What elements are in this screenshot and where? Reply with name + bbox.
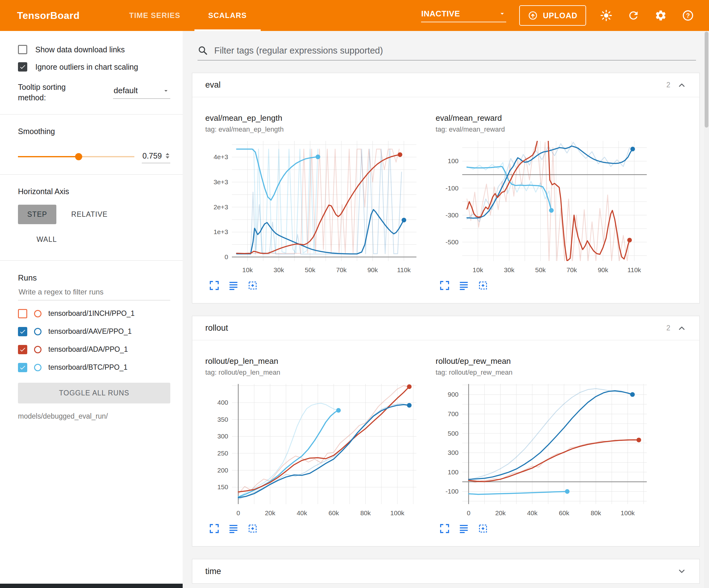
- refresh-button[interactable]: [626, 8, 640, 23]
- chevron-down-icon: [498, 9, 506, 18]
- top-tabs: TIME SERIES SCALARS: [115, 0, 261, 31]
- slider-knob[interactable]: [75, 153, 82, 160]
- chart-canvas-mean-ep-length[interactable]: 10k30k50k70k90k110k01e+32e+33e+34e+3: [205, 136, 422, 277]
- tag-filter-bar: [198, 45, 696, 60]
- run-checkbox[interactable]: [18, 363, 27, 372]
- run-row-aave[interactable]: tensorboard/AAVE/PPO_1: [18, 327, 170, 336]
- divider: [0, 114, 183, 114]
- chart-canvas-mean-reward[interactable]: 10k30k50k70k90k110k100-100-300-500: [436, 136, 652, 277]
- settings-button[interactable]: [654, 8, 668, 23]
- toggle-all-runs-button[interactable]: TOGGLE ALL RUNS: [18, 383, 170, 404]
- collapse-section-button[interactable]: [677, 80, 686, 90]
- upload-button[interactable]: UPLOAD: [519, 5, 586, 26]
- run-row-btc[interactable]: tensorboard/BTC/PPO_1: [18, 363, 170, 372]
- show-download-links-checkbox[interactable]: [18, 45, 27, 54]
- run-checkbox[interactable]: [18, 345, 27, 354]
- expand-chart-button[interactable]: [209, 523, 219, 534]
- svg-text:4e+3: 4e+3: [214, 153, 228, 160]
- expand-chart-button[interactable]: [209, 280, 219, 291]
- data-table-button[interactable]: [458, 523, 469, 534]
- status-dropdown[interactable]: INACTIVE: [421, 9, 506, 22]
- tab-scalars[interactable]: SCALARS: [194, 0, 261, 31]
- run-color-indicator[interactable]: [34, 364, 42, 371]
- section-card-eval: eval 2 eval/mean_ep_length tag: eval/mea…: [192, 73, 700, 303]
- app-header: TensorBoard TIME SERIES SCALARS INACTIVE…: [0, 0, 709, 31]
- run-color-indicator[interactable]: [34, 346, 42, 353]
- fit-domain-button[interactable]: [247, 523, 258, 534]
- data-table-button[interactable]: [228, 280, 239, 291]
- show-download-links-option[interactable]: Show data download links: [18, 45, 170, 54]
- smoothing-value: 0.759: [142, 151, 162, 160]
- run-color-indicator[interactable]: [34, 328, 42, 335]
- chart-card-ep-len-mean: rollout/ep_len_mean tag: rollout/ep_len_…: [205, 356, 431, 534]
- expand-chart-button[interactable]: [439, 280, 450, 291]
- tag-filter-input[interactable]: [214, 46, 696, 56]
- brightness-toggle-button[interactable]: [599, 8, 613, 23]
- run-color-indicator[interactable]: [34, 310, 42, 317]
- section-header-rollout[interactable]: rollout 2: [192, 316, 700, 340]
- data-table-button[interactable]: [228, 523, 239, 534]
- svg-text:60k: 60k: [329, 509, 339, 516]
- svg-text:0: 0: [237, 509, 240, 516]
- section-header-eval[interactable]: eval 2: [192, 73, 700, 97]
- fit-domain-button[interactable]: [247, 280, 258, 291]
- run-label: tensorboard/AAVE/PPO_1: [48, 327, 132, 336]
- spinner-up-icon[interactable]: [165, 153, 170, 155]
- ignore-outliers-checkbox[interactable]: [18, 62, 27, 72]
- smoothing-value-field[interactable]: 0.759: [142, 150, 170, 163]
- svg-text:100k: 100k: [390, 509, 405, 516]
- upload-icon: [528, 10, 538, 21]
- section-title: eval: [205, 80, 221, 90]
- horizontal-scrollbar[interactable]: [0, 584, 183, 588]
- expand-section-button[interactable]: [677, 567, 686, 576]
- svg-text:90k: 90k: [598, 266, 608, 274]
- smoothing-slider[interactable]: [18, 156, 134, 157]
- chart-title: rollout/ep_len_mean: [205, 356, 431, 366]
- scrollbar-thumb[interactable]: [705, 32, 708, 128]
- chart-canvas-ep-rew-mean[interactable]: 020k40k60k80k100k-100100300500700900: [436, 380, 652, 519]
- ignore-outliers-option[interactable]: Ignore outliers in chart scaling: [18, 62, 170, 72]
- chevron-down-icon: [677, 567, 686, 576]
- section-header-time[interactable]: time: [192, 559, 700, 583]
- chart-canvas-ep-len-mean[interactable]: 020k40k60k80k100k150200250300350400: [205, 380, 422, 519]
- chart-card-mean-reward: eval/mean_reward tag: eval/mean_reward 1…: [436, 113, 661, 291]
- axis-step-button[interactable]: STEP: [18, 205, 56, 224]
- svg-text:500: 500: [448, 430, 458, 437]
- app-title: TensorBoard: [17, 10, 80, 21]
- expand-chart-button[interactable]: [439, 523, 450, 534]
- svg-text:700: 700: [448, 410, 458, 417]
- section-body-rollout: rollout/ep_len_mean tag: rollout/ep_len_…: [192, 340, 700, 546]
- chart-count-badge: 2: [666, 81, 670, 89]
- spinner-down-icon[interactable]: [165, 156, 170, 159]
- tooltip-sorting-row: Tooltip sorting method: default: [18, 82, 170, 103]
- value-spinner[interactable]: [165, 153, 170, 159]
- chart-toolbar: [209, 523, 431, 534]
- axis-wall-button[interactable]: WALL: [27, 230, 66, 249]
- svg-text:80k: 80k: [591, 509, 601, 516]
- section-title: rollout: [205, 323, 228, 333]
- check-icon: [19, 364, 26, 371]
- fit-domain-button[interactable]: [478, 523, 488, 534]
- run-checkbox[interactable]: [18, 327, 27, 336]
- fullscreen-icon: [209, 523, 219, 534]
- help-button[interactable]: ?: [681, 8, 695, 23]
- runs-directory-path: models/debugged_eval_run/: [18, 412, 170, 420]
- data-table-button[interactable]: [458, 280, 469, 291]
- tooltip-sorting-dropdown[interactable]: default: [113, 83, 170, 99]
- vertical-scrollbar[interactable]: [704, 31, 709, 588]
- slider-track-empty: [79, 156, 134, 157]
- data-table-icon: [228, 523, 239, 534]
- runs-filter-input[interactable]: [18, 283, 170, 300]
- collapse-section-button[interactable]: [677, 324, 686, 333]
- run-row-1inch[interactable]: tensorboard/1INCH/PPO_1: [18, 309, 170, 318]
- tab-time-series[interactable]: TIME SERIES: [115, 0, 194, 31]
- fit-domain-button[interactable]: [478, 280, 488, 291]
- chevron-up-icon: [677, 80, 686, 90]
- run-checkbox[interactable]: [18, 309, 27, 318]
- axis-relative-button[interactable]: RELATIVE: [62, 205, 117, 224]
- help-icon: ?: [682, 9, 694, 22]
- run-row-ada[interactable]: tensorboard/ADA/PPO_1: [18, 345, 170, 354]
- svg-text:-300: -300: [446, 211, 458, 219]
- chart-toolbar: [439, 280, 661, 291]
- chart-card-ep-rew-mean: rollout/ep_rew_mean tag: rollout/ep_rew_…: [436, 356, 661, 534]
